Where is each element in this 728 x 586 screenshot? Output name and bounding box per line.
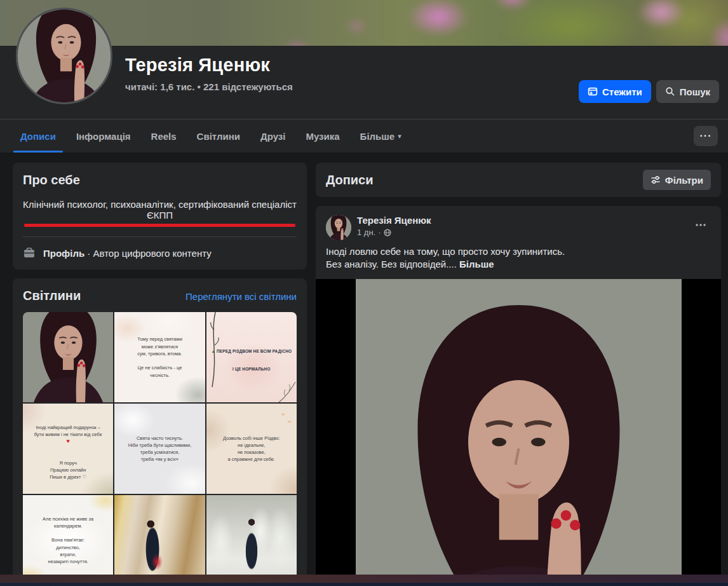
- photo-tile-dress-christmas[interactable]: [206, 495, 297, 585]
- tab-friends[interactable]: Друзі: [250, 119, 295, 153]
- meta-separator: ·: [378, 228, 381, 237]
- photo-tile-dress-interior[interactable]: [114, 495, 205, 585]
- photo-tile-quote[interactable]: Дозволь собі інше Різдво: не ідеальне, н…: [206, 404, 297, 494]
- search-button[interactable]: Пошук: [656, 80, 719, 103]
- tile-quote-text: ПЕРЕД РІЗДВОМ НЕ ВСІМ РАДІСНО: [217, 349, 292, 353]
- globe-icon: [384, 229, 391, 236]
- tile-quote-text: Дозволь собі інше Різдво: не ідеальне, н…: [223, 435, 280, 463]
- briefcase-icon: [23, 247, 36, 259]
- search-icon: [665, 86, 675, 97]
- heart-icon: ♥: [34, 438, 102, 445]
- posts-header-card: Дописи Фільтри: [316, 163, 721, 197]
- tile-quote-text: Іноді найкращий подарунок – бути живим і…: [34, 425, 102, 437]
- photo-tile-quote[interactable]: Але психіка не живе за календарем. Вона …: [23, 495, 113, 585]
- photo-tile-quote[interactable]: Свята часто тиснуть. Ніби треба бути щас…: [114, 404, 205, 494]
- branch-illustration: [278, 381, 297, 402]
- bottom-edge-strip: [0, 575, 728, 586]
- follow-button[interactable]: Стежити: [579, 80, 651, 103]
- post-text: Іноді ловлю себе на тому, що просто хочу…: [316, 240, 721, 279]
- profile-avatar[interactable]: [16, 8, 112, 104]
- ellipsis-icon: ···: [700, 130, 712, 142]
- photo-tile-quote[interactable]: Тому перед святами може з’являтися сум, …: [114, 312, 205, 402]
- post-timestamp[interactable]: 1 дн.: [357, 228, 375, 237]
- tile-quote-text: Свята часто тиснуть. Ніби треба бути щас…: [128, 435, 192, 463]
- tab-reels[interactable]: Reels: [141, 119, 187, 153]
- followers-count[interactable]: читачі: 1,6 тис. • 221 відстежуються: [125, 81, 293, 92]
- tab-more-label: Більше: [360, 131, 395, 142]
- search-button-label: Пошук: [680, 86, 710, 97]
- bio-text: Клінічний психолог, психоаналітик, серти…: [23, 199, 297, 221]
- post-photo[interactable]: [316, 279, 721, 586]
- photos-title: Світлини: [23, 289, 81, 303]
- tab-music[interactable]: Музика: [295, 119, 349, 153]
- tile-quote-text: Але психіка не живе за календарем. Вона …: [43, 515, 93, 566]
- tab-posts[interactable]: Дописи: [10, 119, 66, 153]
- photos-card: Світлини Переглянути всі світлини Тому п…: [13, 278, 307, 586]
- about-title: Про себе: [23, 173, 297, 187]
- post-text-line1: Іноді ловлю себе на тому, що просто хочу…: [326, 246, 565, 257]
- profile-name: Терезія Яценюк: [125, 55, 293, 76]
- photo-tile-quote[interactable]: ▲ПЕРЕД РІЗДВОМ НЕ ВСІМ РАДІСНО І ЦЕ НОРМ…: [206, 312, 297, 402]
- post-more-button[interactable]: [691, 215, 711, 235]
- profile-category-row: Профіль · Автор цифрового контенту: [23, 247, 297, 259]
- chevron-down-icon: ▾: [398, 132, 401, 140]
- tile-quote-text: І ЦЕ НОРМАЛЬНО: [233, 367, 271, 371]
- see-more-link[interactable]: Більше: [459, 259, 494, 269]
- tile-quote-text: Тому перед святами може з’являтися сум, …: [137, 336, 182, 379]
- follow-button-label: Стежити: [602, 86, 642, 97]
- category-label: · Автор цифрового контенту: [84, 248, 212, 259]
- filters-button-label: Фільтри: [665, 175, 703, 186]
- tab-more[interactable]: Більше ▾: [350, 119, 412, 153]
- nav-overflow-button[interactable]: ···: [694, 126, 718, 146]
- about-card: Про себе Клінічний психолог, психоаналіт…: [13, 163, 307, 269]
- post-card: Терезія Яценюк 1 дн. ·: [316, 206, 721, 586]
- tab-about[interactable]: Інформація: [66, 119, 141, 153]
- tile-quote-text: Я поруч Працюю онлайн Пиши в дірект ♡: [50, 460, 86, 480]
- divider: [23, 236, 297, 237]
- photo-tile-quote[interactable]: Іноді найкращий подарунок – бути живим і…: [23, 404, 113, 494]
- post-author-name[interactable]: Терезія Яценюк: [357, 215, 431, 226]
- post-author-avatar[interactable]: [326, 215, 351, 240]
- category-label-bold: Профіль: [43, 248, 84, 259]
- photo-tile-portrait[interactable]: [23, 312, 113, 402]
- red-underline-annotation: [24, 224, 295, 227]
- filters-icon: [650, 175, 661, 185]
- post-text-line2: Без аналізу. Без відповідей....: [326, 259, 457, 269]
- branch-illustration: [208, 312, 222, 402]
- tab-photos[interactable]: Світлини: [187, 119, 250, 153]
- see-all-photos-link[interactable]: Переглянути всі світлини: [185, 291, 297, 302]
- posts-title: Дописи: [326, 173, 374, 187]
- profile-nav: Дописи Інформація Reels Світлини Друзі М…: [0, 119, 728, 153]
- filters-button[interactable]: Фільтри: [643, 170, 711, 190]
- follow-icon: [588, 86, 598, 97]
- photo-grid: Тому перед святами може з’являтися сум, …: [23, 312, 297, 585]
